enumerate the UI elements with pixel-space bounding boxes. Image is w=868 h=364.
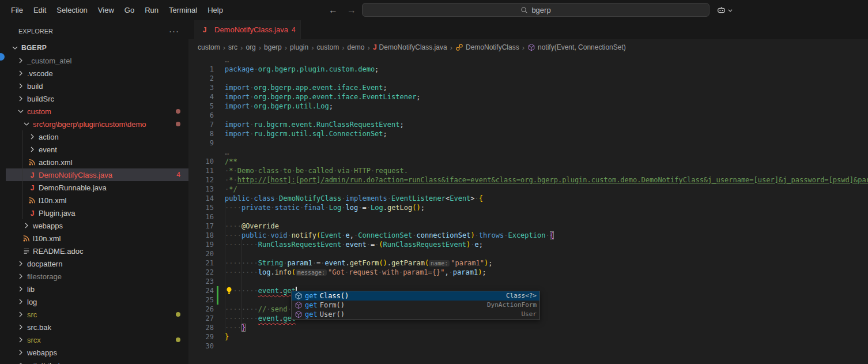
tree-item-bgerp[interactable]: BGERP bbox=[6, 42, 188, 54]
menu-selection[interactable]: Selection bbox=[51, 0, 92, 20]
breadcrumb-segment-src[interactable]: src bbox=[228, 43, 237, 51]
code-line-13[interactable]: 13·*/ bbox=[188, 185, 868, 194]
method-icon bbox=[295, 310, 303, 318]
breadcrumb-segment-demo[interactable]: demo bbox=[348, 43, 365, 51]
code-line-15[interactable]: 15····private·static·final·Log·log·=·Log… bbox=[188, 203, 868, 212]
code-line-8[interactable]: 8import·ru.bgcrm.util.sql.ConnectionSet; bbox=[188, 129, 868, 138]
menu-terminal[interactable]: Terminal bbox=[164, 0, 202, 20]
code-line-1[interactable]: 1package·org.bgerp.plugin.custom.demo; bbox=[188, 65, 868, 74]
code-line-ellipsis[interactable]: … bbox=[188, 148, 868, 157]
code-line-29[interactable]: 29} bbox=[188, 332, 868, 342]
tree-item-filestorage[interactable]: filestorage bbox=[6, 270, 188, 283]
tree-item-plugin-java[interactable]: JPlugin.java bbox=[6, 207, 188, 219]
tree-item-srcx[interactable]: srcx bbox=[6, 333, 188, 346]
menu-help[interactable]: Help bbox=[202, 0, 228, 20]
chevron-down-small-icon bbox=[727, 7, 733, 13]
tree-item-gitattributes[interactable]: .gitattributes bbox=[6, 359, 188, 364]
breadcrumb-segment-custom[interactable]: custom bbox=[198, 43, 220, 51]
breadcrumb-segment-demonotifyclass[interactable]: DemoNotifyClass bbox=[455, 43, 519, 51]
tab-demonotifyclass-java[interactable]: J DemoNotifyClass.java 4 bbox=[194, 20, 301, 39]
tree-item-build[interactable]: build bbox=[6, 80, 188, 92]
breadcrumb-segment-org[interactable]: org bbox=[246, 43, 255, 51]
tree-item-docpattern[interactable]: docpattern bbox=[6, 257, 188, 270]
breadcrumb-separator: › bbox=[368, 43, 370, 52]
code-line-10[interactable]: 10/** bbox=[188, 157, 868, 166]
code-line-2[interactable]: 2 bbox=[188, 74, 868, 83]
tree-item-custom[interactable]: custom bbox=[6, 105, 188, 118]
line-number: 23 bbox=[188, 277, 214, 286]
menu-file[interactable]: File bbox=[6, 0, 28, 20]
code-line-17[interactable]: 17····@Override bbox=[188, 222, 868, 231]
suggest-match: get bbox=[305, 310, 318, 319]
method-light-icon bbox=[295, 292, 303, 300]
code-line-4[interactable]: 4import·org.bgerp.app.event.iface.EventL… bbox=[188, 92, 868, 102]
tree-item-event[interactable]: event bbox=[6, 143, 188, 156]
suggest-item-getuser[interactable]: getUser()User bbox=[292, 310, 539, 319]
code-editor[interactable]: …1package·org.bgerp.plugin.custom.demo;2… bbox=[188, 55, 868, 364]
code-line-11[interactable]: 11·*·Demo·class·to·be·called·via·HTTP·re… bbox=[188, 166, 868, 175]
line-number: 18 bbox=[188, 231, 214, 240]
tree-item-webapps[interactable]: webapps bbox=[6, 346, 188, 359]
code-line-28[interactable]: 28····} bbox=[188, 323, 868, 332]
tree-item-buildsrc[interactable]: buildSrc bbox=[6, 92, 188, 105]
chevron-down-icon bbox=[22, 119, 31, 129]
forward-arrow-icon[interactable]: → bbox=[347, 5, 356, 16]
code-line-18[interactable]: 18····public·void·notify(Event·e,·Connec… bbox=[188, 231, 868, 240]
tree-item-custom-atel[interactable]: _custom_atel bbox=[6, 54, 188, 67]
code-line-21[interactable]: 21········String·param1·=·event.getForm(… bbox=[188, 258, 868, 268]
chevron-right-icon bbox=[16, 94, 25, 103]
tree-item-demonotifyclass-java[interactable]: JDemoNotifyClass.java4 bbox=[6, 168, 188, 181]
java-file-icon: J bbox=[373, 43, 377, 51]
menu-view[interactable]: View bbox=[93, 0, 119, 20]
back-arrow-icon[interactable]: ← bbox=[329, 5, 338, 16]
code-line-23[interactable]: 23 bbox=[188, 277, 868, 286]
suggest-item-getform[interactable]: getForm()DynActionForm bbox=[292, 301, 539, 310]
tree-item-src[interactable]: src bbox=[6, 308, 188, 321]
tree-item-l10n-xml[interactable]: l10n.xml bbox=[6, 232, 188, 245]
tree-item-src-bak[interactable]: src.bak bbox=[6, 321, 188, 333]
copilot-menu[interactable] bbox=[716, 0, 733, 20]
line-number: 20 bbox=[188, 249, 214, 258]
breadcrumb-separator: › bbox=[259, 43, 261, 52]
tree-item-lib[interactable]: lib bbox=[6, 283, 188, 295]
code-line-14[interactable]: 14public·class·DemoNotifyClass·implement… bbox=[188, 194, 868, 203]
code-line-7[interactable]: 7import·ru.bgcrm.event.RunClassRequestEv… bbox=[188, 120, 868, 129]
status-dot bbox=[176, 337, 180, 342]
code-line-3[interactable]: 3import·org.bgerp.app.event.iface.Event; bbox=[188, 83, 868, 92]
tree-item-action[interactable]: action bbox=[6, 130, 188, 143]
code-line-9[interactable]: 9 bbox=[188, 138, 868, 148]
suggest-item-getclass[interactable]: getClass()Class<?> bbox=[292, 291, 539, 301]
tree-item-readme-adoc[interactable]: README.adoc bbox=[6, 245, 188, 257]
breadcrumb-segment-notify-event-connectionset[interactable]: notify(Event, ConnectionSet) bbox=[527, 43, 626, 51]
command-center-search[interactable]: bgerp bbox=[362, 3, 710, 17]
code-line-20[interactable]: 20 bbox=[188, 249, 868, 258]
code-line-19[interactable]: 19········RunClassRequestEvent·event·=·(… bbox=[188, 240, 868, 249]
code-line-22[interactable]: 22········log.info(message:"Got·request·… bbox=[188, 268, 868, 277]
menu-edit[interactable]: Edit bbox=[28, 0, 51, 20]
chevron-right-icon bbox=[16, 272, 25, 281]
menu-go[interactable]: Go bbox=[119, 0, 139, 20]
tree-item-demorunnable-java[interactable]: JDemoRunnable.java bbox=[6, 181, 188, 194]
tree-item-src-org-bgerp-plugin-custom-demo[interactable]: src\org\bgerp\plugin\custom\demo bbox=[6, 118, 188, 130]
error-count-badge: 4 bbox=[176, 171, 180, 179]
breadcrumb-segment-demonotifyclass-java[interactable]: JDemoNotifyClass.java bbox=[373, 43, 447, 51]
code-line-5[interactable]: 5import·org.bgerp.util.Log; bbox=[188, 102, 868, 111]
tree-item-l10n-xml[interactable]: l10n.xml bbox=[6, 194, 188, 207]
code-line-12[interactable]: 12·*·http://[host]:[port]/admin/run.do?a… bbox=[188, 175, 868, 185]
code-line-16[interactable]: 16 bbox=[188, 212, 868, 222]
code-line-30[interactable]: 30 bbox=[188, 342, 868, 351]
code-line-6[interactable]: 6 bbox=[188, 111, 868, 120]
tree-item-log[interactable]: log bbox=[6, 295, 188, 308]
breadcrumb-segment-plugin[interactable]: plugin bbox=[290, 43, 308, 51]
tree-item-vscode[interactable]: .vscode bbox=[6, 67, 188, 80]
explorer-actions-icon[interactable]: ··· bbox=[169, 26, 179, 36]
menu-run[interactable]: Run bbox=[139, 0, 164, 20]
explorer-title: EXPLORER bbox=[18, 28, 53, 35]
breadcrumb-segment-custom[interactable]: custom bbox=[316, 43, 339, 51]
breadcrumb-segment-bgerp[interactable]: bgerp bbox=[264, 43, 282, 51]
tree-item-webapps[interactable]: webapps bbox=[6, 219, 188, 232]
chevron-right-icon bbox=[28, 145, 37, 154]
tree-item-action-xml[interactable]: action.xml bbox=[6, 156, 188, 168]
code-line-ellipsis[interactable]: … bbox=[188, 55, 868, 65]
lightbulb-icon[interactable] bbox=[225, 287, 233, 295]
